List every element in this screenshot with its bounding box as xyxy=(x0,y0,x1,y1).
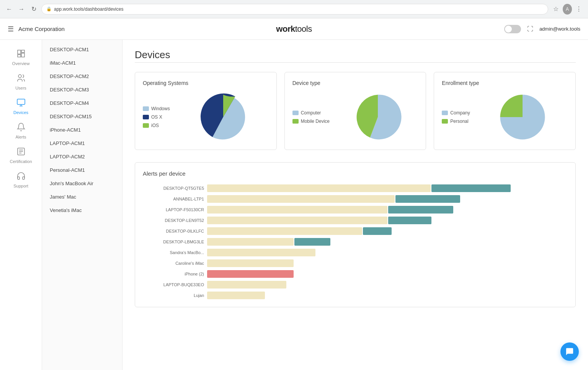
theme-toggle[interactable] xyxy=(504,25,521,33)
mobile-color-dot xyxy=(292,119,299,124)
device-list-item[interactable]: Venetia's iMac xyxy=(42,204,122,217)
device-list-item[interactable]: iMac-ACM1 xyxy=(42,56,122,70)
bar-row: iPhone (2) xyxy=(143,270,568,278)
bar-row: DESKTOP-QT5GTE5 xyxy=(143,184,568,192)
sidebar: Overview Users xyxy=(0,40,42,370)
sidebar-item-certification[interactable]: Certification xyxy=(4,144,38,167)
mobile-label: Mobile Device xyxy=(301,119,330,124)
device-list-item[interactable]: DESKTOP-ACM4 xyxy=(42,96,122,110)
browser-actions: ☆ A ⋮ xyxy=(551,5,583,14)
device-list-item[interactable]: James' Mac xyxy=(42,190,122,204)
bar-row: DESKTOP-0ILKLFC xyxy=(143,227,568,235)
teal-segment xyxy=(388,206,453,214)
user-avatar: A xyxy=(563,4,572,15)
device-list-item[interactable]: DESKTOP-ACM1 xyxy=(42,43,122,56)
menu-toggle-button[interactable]: ☰ xyxy=(8,25,14,33)
sidebar-item-alerts-label: Alerts xyxy=(15,135,26,139)
enrollment-legend: Company Personal xyxy=(442,110,470,124)
personal-color-dot xyxy=(442,119,448,124)
company-name: Acme Corporation xyxy=(18,26,65,32)
device-type-pie xyxy=(337,92,418,142)
url-bar[interactable]: 🔒 app.work.tools/dashboard/devices xyxy=(41,4,548,15)
bar-track xyxy=(207,195,568,203)
back-button[interactable]: ← xyxy=(5,5,14,14)
teal-segment xyxy=(431,184,511,192)
device-type-title: Device type xyxy=(292,80,418,86)
yellow-segment xyxy=(207,249,315,256)
page-content: Devices Operating Systems Windows xyxy=(122,40,588,370)
sidebar-item-users[interactable]: Users xyxy=(4,70,38,93)
header-center: worktools xyxy=(276,24,312,34)
bar-track xyxy=(207,238,568,246)
main-content: Overview Users xyxy=(0,40,588,370)
sidebar-item-devices[interactable]: Devices xyxy=(4,95,38,118)
device-list-item[interactable]: DESKTOP-ACM15 xyxy=(42,110,122,123)
device-list-item[interactable]: iPhone-ACM1 xyxy=(42,123,122,137)
app-container: ☰ Acme Corporation worktools ⛶ admin@wor… xyxy=(0,18,588,370)
hamburger-icon: ☰ xyxy=(8,25,14,33)
yellow-segment xyxy=(207,281,286,289)
device-list-item[interactable]: LAPTOP-ACM2 xyxy=(42,150,122,163)
os-legend-osx: OS X xyxy=(143,114,170,120)
support-icon xyxy=(16,171,26,182)
sidebar-item-users-label: Users xyxy=(15,86,26,90)
sidebar-item-support-label: Support xyxy=(13,184,28,188)
personal-label: Personal xyxy=(450,119,468,124)
bar-row: DESKTOP-LEN9T52 xyxy=(143,217,568,224)
page-title: Devices xyxy=(135,49,576,61)
bar-chart-container: DESKTOP-QT5GTE5 ANNABEL-LTP1 xyxy=(143,184,568,299)
bar-label: DESKTOP-LBMG3LE xyxy=(143,240,204,244)
device-list-item[interactable]: DESKTOP-ACM3 xyxy=(42,83,122,96)
fullscreen-button[interactable]: ⛶ xyxy=(527,26,533,33)
sidebar-item-overview-label: Overview xyxy=(12,61,30,66)
bar-track xyxy=(207,259,568,267)
os-legend-windows: Windows xyxy=(143,106,170,111)
bar-track xyxy=(207,270,568,278)
sidebar-item-support[interactable]: Support xyxy=(4,168,38,191)
teal-segment xyxy=(395,195,461,203)
computer-label: Computer xyxy=(301,110,321,116)
header-right: ⛶ admin@work.tools xyxy=(504,25,580,33)
app-header: ☰ Acme Corporation worktools ⛶ admin@wor… xyxy=(0,18,588,40)
bar-row: Lujan xyxy=(143,292,568,299)
yellow-segment xyxy=(207,238,294,246)
enroll-legend-personal: Personal xyxy=(442,119,470,124)
device-type-body: Computer Mobile Device xyxy=(292,92,418,142)
bar-label: Sandra's MacBo... xyxy=(143,250,204,255)
admin-email: admin@work.tools xyxy=(539,26,580,32)
bar-track xyxy=(207,184,568,192)
teal-segment xyxy=(388,217,431,224)
yellow-segment xyxy=(207,227,362,235)
bookmark-button[interactable]: ☆ xyxy=(551,5,560,14)
dt-legend-computer: Computer xyxy=(292,110,330,116)
menu-button[interactable]: ⋮ xyxy=(574,5,583,14)
reload-button[interactable]: ↻ xyxy=(29,5,38,14)
charts-row: Operating Systems Windows OS X xyxy=(135,72,576,150)
forward-button[interactable]: → xyxy=(17,5,26,14)
sidebar-item-certification-label: Certification xyxy=(10,159,32,164)
os-chart-title: Operating Systems xyxy=(143,80,269,86)
yellow-segment xyxy=(207,206,387,214)
device-list-item[interactable]: LAPTOP-ACM1 xyxy=(42,137,122,150)
bar-track xyxy=(207,227,568,235)
sidebar-item-overview[interactable]: Overview xyxy=(4,46,38,69)
app-logo: worktools xyxy=(276,24,312,34)
profile-button[interactable]: A xyxy=(563,5,572,14)
bar-track xyxy=(207,292,568,299)
chat-bubble-button[interactable] xyxy=(560,342,579,361)
header-left: ☰ Acme Corporation xyxy=(8,25,84,33)
device-list-item[interactable]: Personal-ACM1 xyxy=(42,163,122,177)
device-type-chart: Device type Computer Mobile Device xyxy=(284,72,426,150)
device-type-legend: Computer Mobile Device xyxy=(292,110,330,124)
bar-row: ANNABEL-LTP1 xyxy=(143,195,568,203)
bar-row: DESKTOP-LBMG3LE xyxy=(143,238,568,246)
device-list-item[interactable]: DESKTOP-ACM2 xyxy=(42,70,122,83)
devices-icon xyxy=(16,98,26,109)
logo-light: tools xyxy=(295,24,312,34)
ios-color-dot xyxy=(143,123,149,128)
sidebar-item-alerts[interactable]: Alerts xyxy=(4,119,38,142)
os-chart-body: Windows OS X iOS xyxy=(143,92,269,142)
device-list-item[interactable]: John's MacBook Air xyxy=(42,177,122,190)
bar-label: Caroline's iMac xyxy=(143,261,204,266)
bar-label: DESKTOP-QT5GTE5 xyxy=(143,186,204,191)
